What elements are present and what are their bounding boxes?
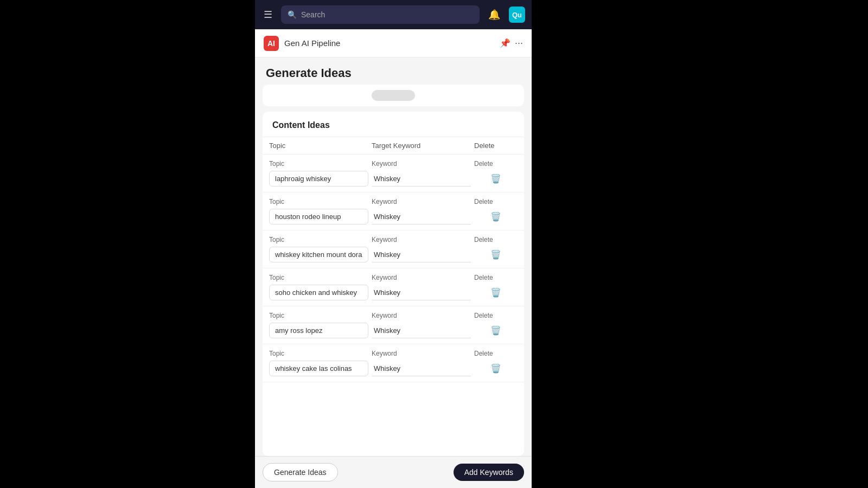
col-header-delete: Delete (474, 142, 518, 150)
search-icon: 🔍 (288, 10, 297, 19)
delete-button-5[interactable]: 🗑️ (474, 363, 518, 374)
partial-content-bar (372, 90, 415, 101)
content-ideas-card: Content Ideas Topic Target Keyword Delet… (263, 112, 524, 456)
top-navigation: ☰ 🔍 Search 🔔 Qu (255, 0, 532, 29)
search-input: Search (301, 10, 473, 19)
row-keyword-label-0: Keyword (372, 160, 474, 168)
keyword-input-3[interactable] (372, 285, 471, 300)
topic-input-2[interactable] (269, 247, 368, 262)
topic-input-4[interactable] (269, 323, 368, 338)
row-delete-label-1: Delete (474, 198, 518, 206)
add-keywords-button[interactable]: Add Keywords (454, 464, 524, 481)
row-keyword-label-3: Keyword (372, 274, 474, 281)
topic-input-0[interactable] (269, 171, 368, 187)
user-avatar[interactable]: Qu (509, 7, 525, 23)
table-row: Topic Keyword Delete 🗑️ (263, 306, 524, 344)
table-row: Topic Keyword Delete 🗑️ (263, 344, 524, 382)
row-delete-label-5: Delete (474, 350, 518, 357)
keyword-input-4[interactable] (372, 323, 471, 338)
row-topic-label-4: Topic (269, 312, 372, 319)
app-logo: AI (264, 36, 279, 51)
delete-button-3[interactable]: 🗑️ (474, 287, 518, 298)
search-bar[interactable]: 🔍 Search (281, 5, 480, 24)
topic-input-5[interactable] (269, 361, 368, 376)
more-icon[interactable]: ··· (515, 37, 523, 49)
app-logo-icon: AI (267, 39, 275, 48)
delete-button-2[interactable]: 🗑️ (474, 249, 518, 260)
keyword-input-0[interactable] (372, 171, 471, 187)
partial-section (263, 85, 524, 106)
row-topic-label-5: Topic (269, 350, 372, 357)
keyword-input-2[interactable] (372, 247, 471, 262)
row-keyword-label-4: Keyword (372, 312, 474, 319)
rows-scroll-area: Topic Keyword Delete 🗑️ Topic Keyword De… (263, 155, 524, 456)
app-header: AI Gen AI Pipeline 📌 ··· (255, 29, 532, 57)
content-ideas-title: Content Ideas (263, 112, 524, 137)
row-delete-label-4: Delete (474, 312, 518, 319)
app-title: Gen AI Pipeline (284, 38, 500, 48)
row-topic-label-0: Topic (269, 160, 372, 168)
row-delete-label-3: Delete (474, 274, 518, 281)
page-title-section: Generate Ideas (255, 57, 532, 85)
header-actions: 📌 ··· (500, 37, 523, 49)
table-row: Topic Keyword Delete 🗑️ (263, 155, 524, 192)
bottom-action-bar: Generate Ideas Add Keywords (255, 456, 532, 488)
topic-input-1[interactable] (269, 209, 368, 224)
row-keyword-label-5: Keyword (372, 350, 474, 357)
pin-icon[interactable]: 📌 (500, 38, 510, 48)
page-title: Generate Ideas (266, 66, 521, 80)
delete-button-1[interactable]: 🗑️ (474, 211, 518, 222)
row-keyword-label-2: Keyword (372, 236, 474, 243)
topic-input-3[interactable] (269, 285, 368, 300)
delete-button-0[interactable]: 🗑️ (474, 174, 518, 184)
row-keyword-label-1: Keyword (372, 198, 474, 206)
row-topic-label-2: Topic (269, 236, 372, 243)
row-topic-label-3: Topic (269, 274, 372, 281)
row-topic-label-1: Topic (269, 198, 372, 206)
generate-ideas-button[interactable]: Generate Ideas (263, 463, 338, 481)
table-row: Topic Keyword Delete 🗑️ (263, 230, 524, 268)
notification-bell[interactable]: 🔔 (486, 7, 502, 23)
row-delete-label-0: Delete (474, 160, 518, 168)
table-row: Topic Keyword Delete 🗑️ (263, 268, 524, 306)
hamburger-icon[interactable]: ☰ (261, 7, 275, 23)
delete-button-4[interactable]: 🗑️ (474, 325, 518, 336)
table-row: Topic Keyword Delete 🗑️ (263, 192, 524, 230)
table-header: Topic Target Keyword Delete (263, 137, 524, 155)
keyword-input-1[interactable] (372, 209, 471, 224)
keyword-input-5[interactable] (372, 361, 471, 376)
col-header-topic: Topic (269, 142, 372, 150)
row-delete-label-2: Delete (474, 236, 518, 243)
col-header-keyword: Target Keyword (372, 142, 474, 150)
